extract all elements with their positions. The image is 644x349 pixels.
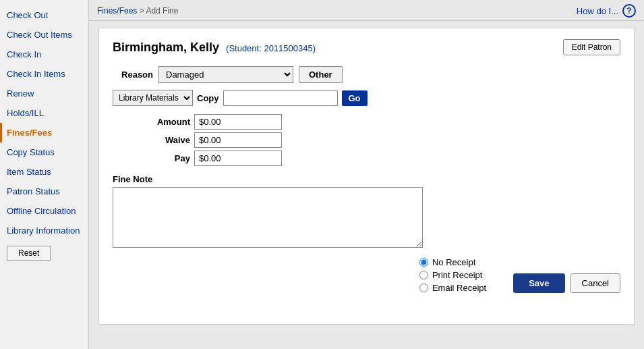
copy-label: Copy xyxy=(197,93,219,103)
receipt-radio-print-receipt[interactable] xyxy=(419,271,428,279)
edit-patron-button[interactable]: Edit Patron xyxy=(563,39,620,55)
breadcrumb-parent[interactable]: Fines/Fees xyxy=(97,6,137,16)
receipt-label-no-receipt: No Receipt xyxy=(432,257,475,267)
action-buttons: Save Cancel xyxy=(513,273,620,293)
content-area: Birmingham, Kelly (Student: 2011500345) … xyxy=(89,21,644,349)
copy-type-select[interactable]: Library MaterialsEquipmentOther xyxy=(113,90,193,106)
waive-row: Waive xyxy=(153,132,620,148)
pay-input[interactable] xyxy=(194,151,282,166)
topbar: Fines/Fees > Add Fine How do I... ? xyxy=(89,0,644,21)
amount-label: Amount xyxy=(153,117,190,127)
patron-row: Birmingham, Kelly (Student: 2011500345) … xyxy=(113,39,620,55)
amount-input[interactable] xyxy=(194,114,282,130)
copy-input[interactable] xyxy=(223,90,338,106)
sidebar: Check OutCheck Out ItemsCheck InCheck In… xyxy=(0,0,89,349)
reset-section: Reset xyxy=(7,246,82,261)
receipt-radio-no-receipt[interactable] xyxy=(419,258,428,267)
breadcrumb-separator: > xyxy=(140,6,146,16)
sidebar-item-check-in-items[interactable]: Check In Items xyxy=(0,64,88,84)
reset-button[interactable]: Reset xyxy=(7,246,51,261)
cancel-button[interactable]: Cancel xyxy=(570,273,620,293)
go-button[interactable]: Go xyxy=(342,90,368,106)
breadcrumb: Fines/Fees > Add Fine xyxy=(97,6,178,16)
help-icon[interactable]: ? xyxy=(622,4,636,18)
pay-label: Pay xyxy=(153,153,190,163)
other-button[interactable]: Other xyxy=(299,66,343,83)
patron-info: Birmingham, Kelly (Student: 2011500345) xyxy=(113,41,316,55)
receipt-radio-email-receipt[interactable] xyxy=(419,284,428,292)
main-content: Fines/Fees > Add Fine How do I... ? Birm… xyxy=(89,0,644,349)
fine-note-textarea[interactable] xyxy=(113,187,423,248)
sidebar-item-library-information[interactable]: Library Information xyxy=(0,221,88,240)
patron-id[interactable]: (Student: 2011500345) xyxy=(226,43,316,53)
copy-row: Library MaterialsEquipmentOther Copy Go xyxy=(113,90,620,106)
reason-select[interactable]: DamagedLostOtherOverdueProcessing Fee xyxy=(158,66,293,83)
sidebar-item-fines-fees[interactable]: Fines/Fees xyxy=(0,123,88,142)
waive-input[interactable] xyxy=(194,132,282,148)
waive-label: Waive xyxy=(153,135,190,145)
save-button[interactable]: Save xyxy=(513,273,564,293)
patron-name: Birmingham, Kelly xyxy=(113,41,219,55)
form-card: Birmingham, Kelly (Student: 2011500345) … xyxy=(98,28,635,325)
receipt-label-email-receipt: Email Receipt xyxy=(432,283,486,293)
sidebar-item-holds-ill[interactable]: Holds/ILL xyxy=(0,103,88,123)
receipt-option-no-receipt[interactable]: No Receipt xyxy=(419,257,486,267)
receipt-option-print-receipt[interactable]: Print Receipt xyxy=(419,270,486,280)
breadcrumb-current: Add Fine xyxy=(146,6,178,16)
sidebar-item-check-out[interactable]: Check Out xyxy=(0,5,88,25)
sidebar-item-offline-circulation[interactable]: Offline Circulation xyxy=(0,201,88,221)
sidebar-item-renew[interactable]: Renew xyxy=(0,84,88,103)
receipt-option-email-receipt[interactable]: Email Receipt xyxy=(419,283,486,293)
sidebar-item-item-status[interactable]: Item Status xyxy=(0,162,88,182)
fine-note-label: Fine Note xyxy=(113,174,620,184)
bottom-section: No ReceiptPrint ReceiptEmail Receipt Sav… xyxy=(113,257,620,293)
fine-note-section: Fine Note xyxy=(113,174,620,248)
reason-label: Reason xyxy=(113,70,153,80)
pay-row: Pay xyxy=(153,151,620,166)
receipt-options: No ReceiptPrint ReceiptEmail Receipt xyxy=(419,257,486,293)
sidebar-item-check-in[interactable]: Check In xyxy=(0,45,88,64)
sidebar-item-check-out-items[interactable]: Check Out Items xyxy=(0,25,88,45)
receipt-label-print-receipt: Print Receipt xyxy=(432,270,482,280)
sidebar-item-patron-status[interactable]: Patron Status xyxy=(0,182,88,201)
sidebar-item-copy-status[interactable]: Copy Status xyxy=(0,142,88,162)
help-area[interactable]: How do I... ? xyxy=(577,4,636,18)
reason-row: Reason DamagedLostOtherOverdueProcessing… xyxy=(113,66,620,83)
amount-row: Amount xyxy=(153,114,620,130)
help-label: How do I... xyxy=(577,6,618,16)
amount-section: Amount Waive Pay xyxy=(153,114,620,166)
